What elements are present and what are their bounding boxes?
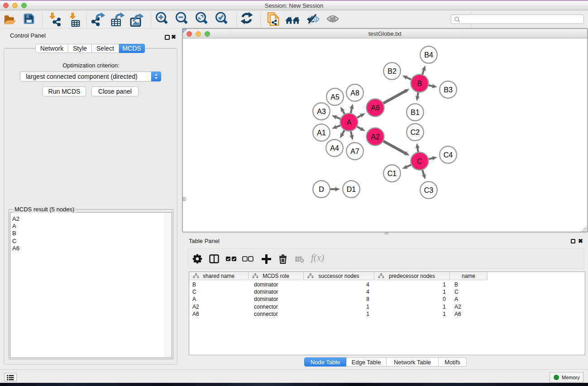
svg-text:D: D [319,186,324,193]
svg-text:A6: A6 [371,104,380,112]
svg-text:C3: C3 [424,186,434,194]
svg-text:C: C [417,157,422,165]
svg-text:D1: D1 [347,186,356,193]
svg-text:B4: B4 [424,51,433,59]
svg-text:A5: A5 [330,93,339,101]
svg-text:A1: A1 [317,129,326,137]
svg-text:A8: A8 [350,89,359,97]
svg-text:B1: B1 [411,109,420,116]
svg-text:A7: A7 [350,148,359,155]
svg-text:A3: A3 [317,108,326,115]
svg-text:B: B [417,80,422,87]
svg-text:A: A [347,119,352,126]
svg-text:B2: B2 [387,67,397,75]
svg-text:C2: C2 [411,129,420,136]
svg-text:A2: A2 [371,133,380,141]
svg-text:C4: C4 [444,151,453,159]
svg-text:C1: C1 [387,170,397,177]
svg-text:A4: A4 [330,144,339,152]
svg-text:B3: B3 [444,86,453,94]
